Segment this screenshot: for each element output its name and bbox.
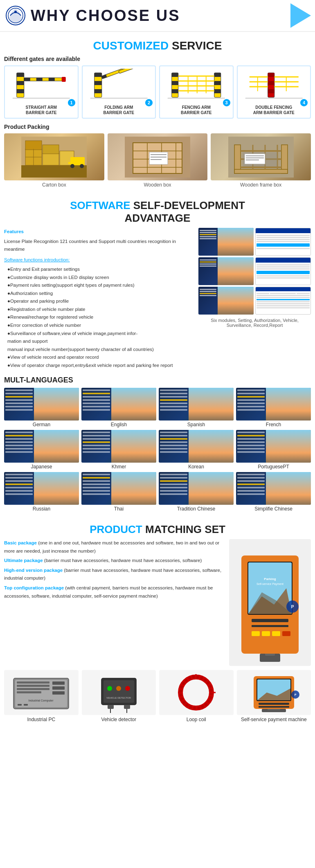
product-section-title: PRODUCT MATCHING SET [0, 516, 315, 539]
screen-3 [198, 257, 254, 285]
software-features-text: Features License Plate Recognition 121 c… [4, 228, 194, 369]
svg-rect-118 [24, 704, 28, 706]
screen-5 [198, 287, 254, 315]
svg-rect-39 [268, 81, 274, 85]
svg-rect-38 [268, 73, 274, 77]
product-title-normal: MATCHING SET [142, 523, 225, 535]
lang-item-thai: Thai [81, 472, 156, 512]
lang-label-english: English [81, 422, 156, 427]
software-title-normal: SELF-DEVELOPMENTADVANTAGE [125, 199, 245, 224]
svg-rect-9 [36, 78, 43, 81]
svg-rect-26 [214, 73, 221, 77]
languages-grid: German English Spanish French Japanese K… [4, 388, 311, 512]
hw-label-payment-machine: Self-service payment machine [237, 717, 311, 722]
packing-item-wooden: Wooden box [108, 133, 208, 188]
function-item-9b: mation and support [7, 337, 194, 346]
svg-text:P: P [291, 605, 294, 609]
customized-service-section: Different gates are available 1 ST [0, 56, 315, 192]
svg-rect-27 [214, 81, 221, 85]
svg-rect-40 [268, 89, 274, 93]
gate-item-3: 3 FENCING ARMBARRIER GATE [159, 65, 234, 119]
customized-service-title: CUSTOMIZED SERVICE [0, 32, 315, 56]
svg-rect-23 [172, 81, 178, 85]
screens-caption: Six modules, Setting, Authorization, Veh… [198, 318, 311, 328]
svg-rect-140 [259, 703, 289, 705]
lang-item-simplifie-chinese: Simplifie Chinese [236, 472, 311, 512]
screen-2 [255, 228, 311, 256]
svg-rect-4 [17, 73, 24, 77]
lang-label-german: German [4, 422, 79, 427]
lang-label-korean: Korean [159, 464, 234, 470]
packing-item-carton: Carton box [4, 133, 104, 188]
svg-rect-110 [17, 685, 50, 687]
product-packages: Basic package (one in and one out, hardw… [4, 539, 225, 666]
packing-label-carton: Carton box [4, 182, 104, 188]
function-item-9: ●Surveillance of software,view of vehicl… [7, 330, 194, 338]
svg-point-2 [14, 11, 17, 13]
svg-rect-141 [259, 706, 289, 708]
svg-rect-60 [68, 162, 72, 164]
page-header: WHY CHOOSE US [0, 0, 315, 32]
lang-item-english: English [81, 388, 156, 427]
hw-box-industrial-pc: Industrial Computer [4, 670, 79, 715]
lang-item-russian: Russian [4, 472, 79, 512]
lang-item-tradition-chinese: Tradition Chinese [159, 472, 234, 512]
svg-point-121 [107, 686, 112, 691]
function-item-7: ●Renewal/recharge for registered vehicle [7, 313, 194, 322]
function-item-10: ●View of vehicle record and operator rec… [7, 353, 194, 362]
top-package: Top configuration package (with central … [4, 584, 225, 600]
software-screens: Six modules, Setting, Authorization, Veh… [198, 228, 311, 369]
svg-rect-86 [245, 154, 265, 164]
logo [4, 4, 27, 27]
gate-num-2: 2 [145, 99, 153, 106]
svg-rect-14 [94, 73, 101, 77]
gates-grid: 1 STRAIGHT ARMBARRIER GATE 2 FOLDING ARM… [4, 65, 311, 119]
gate-label-3: FENCING ARMBARRIER GATE [162, 105, 230, 115]
packing-label: Product Packing [4, 124, 311, 130]
svg-text:Self-service Payment: Self-service Payment [256, 582, 284, 586]
functions-title: Software functions introduction: [4, 256, 194, 264]
screen-row-1 [198, 228, 311, 256]
languages-title: MULT-LANGUAGES [4, 376, 311, 385]
svg-rect-24 [172, 89, 178, 93]
gate-num-4: 4 [300, 99, 308, 106]
function-item-3: ●Payment rules setting(support eight typ… [7, 281, 194, 290]
function-item-9c: manual input vehicle number(support twen… [7, 346, 194, 354]
screen-1 [198, 228, 254, 256]
hw-label-industrial-pc: Industrial PC [4, 717, 79, 722]
hardware-grid: Industrial Computer Industrial PC [0, 670, 315, 731]
product-title-colored: PRODUCT [90, 523, 142, 535]
hw-box-vehicle-detector: VEHICLE DETECTOR [82, 670, 156, 715]
svg-text:Parking: Parking [264, 577, 276, 581]
lang-item-portuguesept: PortuguesePT [236, 430, 311, 470]
svg-rect-100 [252, 625, 288, 627]
svg-rect-6 [17, 89, 24, 93]
gate-item-2: 2 FOLDING ARMBARRIER GATE [82, 65, 156, 119]
gate-item-1: 1 STRAIGHT ARMBARRIER GATE [4, 65, 79, 119]
product-machine: Parking Self-service Payment P [229, 539, 311, 666]
function-item-8: ●Error correction of vehicle number [7, 322, 194, 330]
lang-item-german: German [4, 388, 79, 427]
header-title: WHY CHOOSE US [31, 7, 180, 25]
svg-point-122 [116, 686, 121, 691]
svg-rect-78 [234, 169, 288, 173]
gate-label-1: STRAIGHT ARMBARRIER GATE [7, 105, 75, 115]
gate-num-3: 3 [223, 99, 230, 106]
ultimate-package: Ultimate package (barrier must have acce… [4, 557, 225, 565]
ultimate-package-desc: (barrier must have accessories, hardware… [44, 558, 202, 563]
gate-num-1: 1 [68, 99, 75, 106]
lang-item-french: French [236, 388, 311, 427]
svg-rect-124 [108, 705, 114, 709]
lang-label-portuguesept: PortuguesePT [236, 464, 311, 470]
function-item-2: ●Customize display words in LED display … [7, 274, 194, 282]
svg-point-131 [188, 684, 204, 701]
lang-item-japanese: Japanese [4, 430, 79, 470]
lang-label-thai: Thai [81, 506, 156, 512]
hw-label-vehicle-detector: Vehicle detector [82, 717, 156, 722]
svg-rect-104 [282, 631, 290, 636]
packing-item-frame: Wooden frame box [211, 133, 311, 188]
highend-package-title: High-end version package [4, 568, 63, 573]
svg-rect-102 [262, 631, 270, 636]
highend-package: High-end version package (barrier must h… [4, 567, 225, 582]
svg-rect-51 [21, 165, 87, 178]
